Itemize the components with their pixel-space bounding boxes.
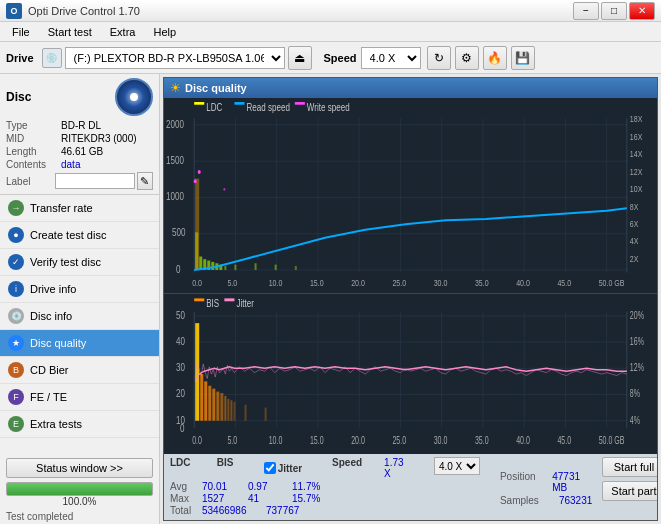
- cd-bier-icon: B: [8, 362, 24, 378]
- disc-title: Disc: [6, 90, 31, 104]
- label-label: Label: [6, 176, 55, 187]
- sidebar-item-fe-te[interactable]: F FE / TE: [0, 384, 159, 411]
- sidebar-item-disc-quality[interactable]: ★ Disc quality: [0, 330, 159, 357]
- svg-point-63: [198, 170, 201, 174]
- title-bar: O Opti Drive Control 1.70 − □ ✕: [0, 0, 661, 22]
- ldc-header: LDC: [170, 457, 197, 479]
- length-value: 46.61 GB: [61, 146, 103, 157]
- svg-rect-116: [224, 396, 226, 421]
- samples-value: 763231: [559, 495, 592, 506]
- disc-quality-icon: ★: [8, 335, 24, 351]
- svg-text:10X: 10X: [630, 183, 643, 194]
- burn-button[interactable]: 🔥: [483, 46, 507, 70]
- svg-text:50.0 GB: 50.0 GB: [599, 277, 625, 288]
- contents-value: data: [61, 159, 80, 170]
- svg-rect-121: [265, 407, 267, 420]
- start-full-button[interactable]: Start full: [602, 457, 658, 477]
- close-button[interactable]: ✕: [629, 2, 655, 20]
- drive-label: Drive: [6, 52, 34, 64]
- label-input[interactable]: [55, 173, 135, 189]
- avg-jitter: 11.7%: [292, 481, 332, 492]
- svg-rect-68: [224, 298, 234, 301]
- sidebar-item-transfer-rate[interactable]: → Transfer rate: [0, 195, 159, 222]
- type-label: Type: [6, 120, 61, 131]
- menu-start-test[interactable]: Start test: [40, 24, 100, 40]
- svg-text:1000: 1000: [166, 190, 184, 202]
- sidebar-item-drive-info[interactable]: i Drive info: [0, 276, 159, 303]
- disc-info-icon: 💿: [8, 308, 24, 324]
- quality-panel-title: Disc quality: [185, 82, 247, 94]
- svg-rect-56: [224, 266, 226, 270]
- minimize-button[interactable]: −: [573, 2, 599, 20]
- refresh-button[interactable]: ↻: [427, 46, 451, 70]
- title-bar-controls: − □ ✕: [573, 2, 655, 20]
- svg-rect-57: [234, 265, 236, 270]
- create-test-disc-label: Create test disc: [30, 229, 106, 241]
- svg-text:LDC: LDC: [206, 101, 222, 113]
- sidebar-item-create-test-disc[interactable]: ● Create test disc: [0, 222, 159, 249]
- svg-text:30.0: 30.0: [434, 434, 448, 446]
- status-window-button[interactable]: Status window >>: [6, 458, 153, 478]
- svg-rect-5: [295, 102, 305, 105]
- settings-button[interactable]: ⚙: [455, 46, 479, 70]
- svg-text:20.0: 20.0: [351, 277, 365, 288]
- svg-text:5.0: 5.0: [227, 434, 237, 446]
- transfer-rate-icon: →: [8, 200, 24, 216]
- progress-bar-inner: [7, 483, 152, 495]
- total-bis: 737767: [266, 505, 316, 516]
- sidebar-item-cd-bier[interactable]: B CD Bier: [0, 357, 159, 384]
- label-edit-button[interactable]: ✎: [137, 172, 153, 190]
- svg-rect-114: [216, 391, 219, 420]
- top-chart: LDC Read speed Write speed: [164, 98, 657, 294]
- speed-label: Speed: [324, 52, 357, 64]
- svg-text:20.0: 20.0: [351, 434, 365, 446]
- svg-text:45.0: 45.0: [557, 434, 571, 446]
- disc-section: Disc Type BD-R DL MID RITEKDR3 (000) Len…: [0, 74, 159, 195]
- svg-text:0: 0: [176, 262, 180, 274]
- svg-text:10.0: 10.0: [269, 277, 283, 288]
- sidebar-item-disc-info[interactable]: 💿 Disc info: [0, 303, 159, 330]
- svg-rect-110: [200, 374, 203, 421]
- toolbar: Drive 💿 (F:) PLEXTOR BD-R PX-LB950SA 1.0…: [0, 42, 661, 74]
- jitter-checkbox[interactable]: [264, 462, 276, 474]
- svg-text:Read speed: Read speed: [247, 101, 290, 113]
- disc-icon: [115, 78, 153, 116]
- main-layout: Disc Type BD-R DL MID RITEKDR3 (000) Len…: [0, 74, 661, 524]
- maximize-button[interactable]: □: [601, 2, 627, 20]
- sidebar-status-area: Status window >> 100.0% Test completed: [0, 454, 159, 524]
- bottom-chart: BIS Jitter: [164, 294, 657, 454]
- title-bar-left: O Opti Drive Control 1.70: [6, 3, 140, 19]
- verify-test-disc-label: Verify test disc: [30, 256, 101, 268]
- avg-label: Avg: [170, 481, 198, 492]
- svg-rect-119: [233, 402, 235, 421]
- mid-value: RITEKDR3 (000): [61, 133, 137, 144]
- svg-rect-113: [212, 388, 215, 420]
- svg-rect-1: [194, 102, 204, 105]
- menu-help[interactable]: Help: [145, 24, 184, 40]
- extra-tests-label: Extra tests: [30, 418, 82, 430]
- disc-label-row: Label ✎: [6, 172, 153, 190]
- drive-selector[interactable]: (F:) PLEXTOR BD-R PX-LB950SA 1.06: [65, 47, 285, 69]
- svg-rect-65: [164, 294, 657, 454]
- svg-text:8X: 8X: [630, 200, 639, 211]
- top-chart-svg: LDC Read speed Write speed: [164, 98, 657, 293]
- avg-bis: 0.97: [248, 481, 278, 492]
- speed-stat-select[interactable]: 4.0 X: [434, 457, 480, 475]
- menu-extra[interactable]: Extra: [102, 24, 144, 40]
- svg-text:35.0: 35.0: [475, 277, 489, 288]
- svg-text:40.0: 40.0: [516, 277, 530, 288]
- drive-info-label: Drive info: [30, 283, 76, 295]
- max-label: Max: [170, 493, 198, 504]
- svg-text:18X: 18X: [630, 113, 643, 124]
- speed-selector[interactable]: 4.0 X: [361, 47, 421, 69]
- type-value: BD-R DL: [61, 120, 101, 131]
- disc-mid-row: MID RITEKDR3 (000): [6, 133, 153, 144]
- start-part-button[interactable]: Start part: [602, 481, 658, 501]
- eject-button[interactable]: ⏏: [288, 46, 312, 70]
- save-button[interactable]: 💾: [511, 46, 535, 70]
- sidebar-item-extra-tests[interactable]: E Extra tests: [0, 411, 159, 438]
- svg-rect-117: [227, 399, 229, 421]
- sidebar-item-verify-test-disc[interactable]: ✓ Verify test disc: [0, 249, 159, 276]
- menu-file[interactable]: File: [4, 24, 38, 40]
- samples-label: Samples: [500, 495, 555, 506]
